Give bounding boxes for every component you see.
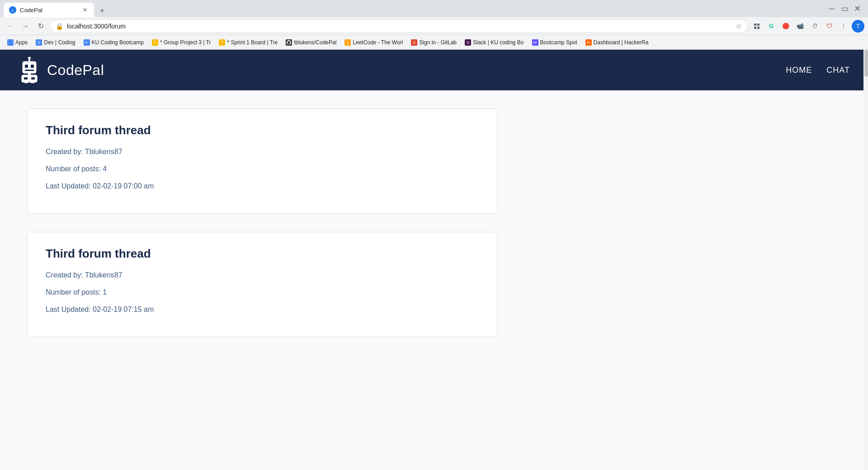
brand-logo-link[interactable]: CodePal (18, 56, 104, 84)
minimize-button[interactable]: ─ (828, 5, 835, 12)
maximize-button[interactable]: ▭ (841, 5, 848, 12)
group-project-favicon: T (152, 39, 158, 46)
adblock-icon[interactable]: 🛡 (823, 20, 835, 33)
tab-bar: C CodePal ✕ + (4, 0, 108, 17)
bookmark-hackerrank[interactable]: H Dashboard | HackerRa (582, 37, 652, 48)
lastpass-icon[interactable]: 🔴 (779, 20, 792, 33)
forum-card-1-last-updated: Last Updated: 02-02-19 07:00 am (46, 181, 479, 192)
scrollbar-thumb[interactable] (864, 50, 868, 77)
leetcode-favicon: L (344, 39, 351, 46)
bookmark-group-project-label: * Group Project 3 | Tr (160, 39, 211, 46)
sprint-board-favicon: T (219, 39, 225, 46)
svg-rect-7 (25, 65, 28, 68)
bookmark-bootcamp-spot-label: Bootcamp Spot (540, 39, 577, 46)
bookmark-apps-label: Apps (15, 39, 28, 46)
forum-card-1-meta: Created by: Tblukens87 Number of posts: … (46, 146, 479, 192)
nav-home-link[interactable]: HOME (786, 66, 812, 75)
bookmark-github[interactable]: tblukens/CodePal (282, 37, 340, 48)
forum-card-2-title: Third forum thread (46, 247, 479, 261)
ku-bootcamp-favicon: K (84, 39, 90, 46)
svg-rect-3 (757, 24, 760, 26)
bookmark-leetcode[interactable]: L LeetCode - The Worl (341, 37, 406, 48)
brand-name: CodePal (47, 62, 104, 79)
svg-rect-16 (24, 82, 28, 83)
extensions-button[interactable] (750, 20, 763, 33)
bookmark-gitlab[interactable]: G Sign in - GitLab (407, 37, 460, 48)
svg-rect-12 (28, 73, 31, 75)
reload-button[interactable]: ↻ (34, 20, 47, 33)
svg-text:C: C (11, 8, 14, 13)
tab-close-button[interactable]: ✕ (81, 6, 89, 14)
bookmark-dev-coding-label: Dev | Coding (44, 39, 75, 46)
lock-icon: 🔒 (56, 23, 63, 30)
hackerrank-favicon: H (585, 39, 592, 46)
github-favicon (286, 39, 292, 46)
more-tools-button[interactable]: ⋮ (837, 20, 850, 33)
active-tab[interactable]: C CodePal ✕ (4, 3, 94, 17)
page-content: CodePal HOME CHAT Third forum thread Cre… (0, 50, 868, 470)
bookmark-sprint-board-label: * Sprint 1 Board | Tre (227, 39, 278, 46)
bookmark-dev-coding[interactable]: D Dev | Coding (32, 37, 79, 48)
bookmark-bootcamp-spot[interactable]: M Bootcamp Spot (528, 37, 581, 48)
browser-chrome: C CodePal ✕ + ─ ▭ ✕ ← → ↻ 🔒 ☆ (0, 0, 868, 50)
address-bar[interactable] (67, 23, 732, 30)
bookmark-group-project[interactable]: T * Group Project 3 | Tr (148, 37, 215, 48)
forum-card-1-num-posts: Number of posts: 4 (46, 164, 479, 174)
address-bar-container[interactable]: 🔒 ☆ (50, 19, 748, 33)
bookmark-slack-label: Slack | KU coding Bo (473, 39, 524, 46)
bookmark-gitlab-label: Sign in - GitLab (419, 39, 457, 46)
scrollbar[interactable] (863, 50, 868, 470)
forum-card-2-last-updated: Last Updated: 02-02-19 07:15 am (46, 304, 479, 315)
video-icon[interactable]: 📹 (794, 20, 807, 33)
svg-rect-17 (31, 82, 34, 83)
svg-rect-2 (754, 24, 756, 26)
new-tab-button[interactable]: + (96, 5, 108, 17)
tab-title: CodePal (20, 7, 78, 14)
close-button[interactable]: ✕ (854, 5, 861, 12)
window-controls: ─ ▭ ✕ (828, 5, 864, 12)
bookmark-ku-bootcamp[interactable]: K KU Coding Bootcamp (80, 37, 147, 48)
bookmark-slack[interactable]: S Slack | KU coding Bo (461, 37, 528, 48)
tab-favicon: C (9, 6, 16, 14)
grammarly-icon[interactable]: G (765, 20, 778, 33)
dev-coding-favicon: D (36, 39, 42, 46)
bookmark-apps[interactable]: ⋮⋮ Apps (4, 37, 31, 48)
main-content: Third forum thread Created by: Tblukens8… (0, 90, 868, 373)
forum-card-1-created-by: Created by: Tblukens87 (46, 146, 479, 157)
bookmark-github-label: tblukens/CodePal (294, 39, 336, 46)
bookmark-leetcode-label: LeetCode - The Worl (353, 39, 403, 46)
forum-card-2-num-posts: Number of posts: 1 (46, 287, 479, 298)
nav-links: HOME CHAT (786, 66, 850, 75)
timer-icon[interactable]: ⏱ (808, 20, 821, 33)
forum-card-2-created-by: Created by: Tblukens87 (46, 270, 479, 281)
svg-rect-8 (31, 65, 34, 68)
app-navbar: CodePal HOME CHAT (0, 50, 868, 90)
gitlab-favicon: G (411, 39, 417, 46)
svg-rect-14 (24, 77, 28, 80)
bookmark-hackerrank-label: Dashboard | HackerRa (594, 39, 649, 46)
profile-button[interactable]: T (852, 20, 864, 33)
slack-favicon: S (465, 39, 471, 46)
bookmark-star-icon[interactable]: ☆ (736, 22, 742, 30)
forum-card-1[interactable]: Third forum thread Created by: Tblukens8… (27, 108, 497, 214)
svg-rect-4 (754, 27, 756, 29)
forum-card-2[interactable]: Third forum thread Created by: Tblukens8… (27, 232, 497, 337)
back-button[interactable]: ← (4, 20, 16, 33)
svg-rect-9 (25, 70, 34, 71)
svg-rect-6 (23, 61, 36, 73)
bookmarks-bar: ⋮⋮ Apps D Dev | Coding K KU Coding Bootc… (0, 35, 868, 50)
apps-favicon: ⋮⋮ (7, 39, 14, 46)
browser-titlebar: C CodePal ✕ + ─ ▭ ✕ (0, 0, 868, 17)
svg-point-11 (28, 57, 31, 59)
svg-rect-5 (757, 27, 760, 29)
brand-logo (18, 56, 41, 84)
bookmark-ku-bootcamp-label: KU Coding Bootcamp (92, 39, 144, 46)
svg-rect-15 (31, 77, 35, 80)
browser-toolbar: ← → ↻ 🔒 ☆ G 🔴 📹 ⏱ 🛡 ⋮ T (0, 17, 868, 35)
toolbar-right: G 🔴 📹 ⏱ 🛡 ⋮ T (750, 20, 864, 33)
forward-button[interactable]: → (19, 20, 32, 33)
nav-chat-link[interactable]: CHAT (826, 66, 850, 75)
forum-card-1-title: Third forum thread (46, 123, 479, 137)
bookmark-sprint-board[interactable]: T * Sprint 1 Board | Tre (215, 37, 281, 48)
bootcamp-spot-favicon: M (532, 39, 538, 46)
